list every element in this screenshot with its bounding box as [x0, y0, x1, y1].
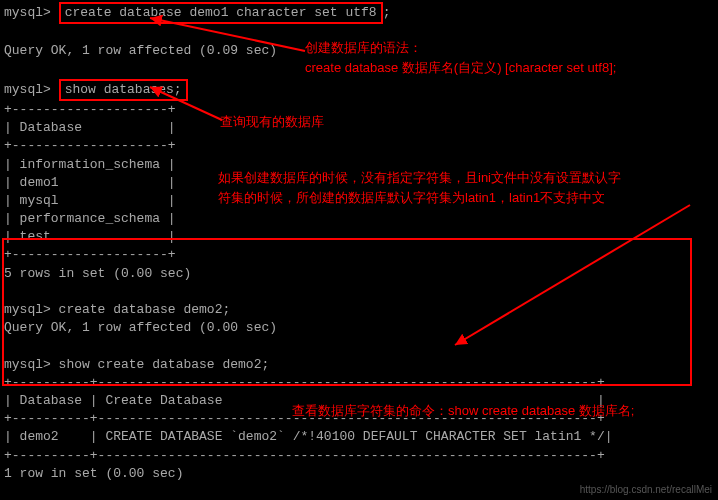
watermark: https://blog.csdn.net/recallMei	[580, 483, 712, 497]
annotation-text: 创建数据库的语法：	[305, 38, 616, 58]
annotation-charset: 如果创建数据库的时候，没有指定字符集，且ini文件中没有设置默认字 符集的时候，…	[218, 168, 698, 207]
annotation-query: 查询现有的数据库	[220, 112, 324, 132]
table-head: | Database |	[4, 119, 714, 137]
cmd-line-1[interactable]: mysql> create database demo1 character s…	[4, 2, 714, 24]
semicolon: ;	[383, 5, 391, 20]
annotation-show-create: 查看数据库字符集的命令：show create database 数据库名;	[292, 401, 634, 421]
table-border: +--------------------+	[4, 101, 714, 119]
boxed-cmd1: create database demo1 character set utf8	[59, 2, 383, 24]
annotation-text: create database 数据库名(自定义) [character set…	[305, 58, 616, 78]
table-border: +--------------------+	[4, 137, 714, 155]
table-row: | demo2 | CREATE DATABASE `demo2` /*!401…	[4, 428, 714, 446]
highlight-box-demo2	[2, 238, 692, 386]
table-row: | performance_schema |	[4, 210, 714, 228]
prompt: mysql>	[4, 82, 51, 97]
boxed-cmd2: show databases;	[59, 79, 188, 101]
table-border: +----------+----------------------------…	[4, 447, 714, 465]
prompt: mysql>	[4, 5, 51, 20]
annotation-text: 符集的时候，所创建的数据库默认字符集为latin1，latin1不支持中文	[218, 188, 698, 208]
result-4: 1 row in set (0.00 sec)	[4, 465, 714, 483]
cmd-line-2[interactable]: mysql> show databases;	[4, 79, 714, 101]
annotation-syntax: 创建数据库的语法： create database 数据库名(自定义) [cha…	[305, 38, 616, 77]
annotation-text: 如果创建数据库的时候，没有指定字符集，且ini文件中没有设置默认字	[218, 168, 698, 188]
